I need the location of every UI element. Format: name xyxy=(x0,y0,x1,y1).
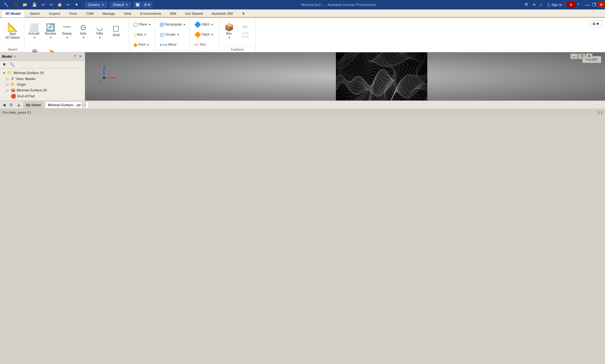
sidebar-dropdown-arrow: ▼ xyxy=(13,55,16,58)
axis-btn[interactable]: ↕ Axis ▼ xyxy=(131,30,153,39)
status-help-text: For Help, press F1 xyxy=(3,111,31,114)
axis-widget: X Y Z xyxy=(98,65,117,85)
qa-dropdown-btn[interactable]: ▼ xyxy=(73,2,80,8)
3d-viewport[interactable]: FRONT X Y Z xyxy=(85,52,605,101)
stitch-icon: 🔷 xyxy=(194,22,201,27)
status-bar: For Help, press F1 1 1 xyxy=(0,109,605,116)
restore-btn[interactable]: ❐ xyxy=(591,2,597,8)
ribbon-settings-btn[interactable]: ⚙▼ xyxy=(590,20,602,28)
svg-point-6 xyxy=(103,77,105,79)
start-2d-sketch-btn[interactable]: 📐 Start2D Sketch xyxy=(3,20,22,42)
search-btn[interactable]: 🔍 xyxy=(523,2,531,8)
tab-view[interactable]: View xyxy=(120,10,135,17)
stitch-btn[interactable]: 🔷 Stitch ▼ xyxy=(192,20,217,29)
sidebar-header: Model ▼ ? ✕ xyxy=(0,52,85,61)
tree-toggle-minimal: ▷ xyxy=(6,89,9,92)
tab-sketch[interactable]: Sketch xyxy=(26,10,44,17)
fillet-btn[interactable]: ◡ Fillet ▼ xyxy=(92,20,107,42)
extrude-btn[interactable]: ⬜ Extrude ▼ xyxy=(26,20,42,42)
revolve-icon: 🔄 xyxy=(46,24,55,31)
rectangular-btn[interactable]: ⊞ Rectangular ▼ xyxy=(157,20,188,29)
tab-environments[interactable]: Environments xyxy=(136,10,165,17)
default-dropdown-arrow: ▼ xyxy=(125,3,128,6)
sidebar-search-btn[interactable]: 🔍 xyxy=(9,61,15,67)
tree-item-root[interactable]: ▼ 📁 Minimal-Surface-1ft xyxy=(0,70,85,76)
tab-3d-model[interactable]: 3D Model xyxy=(1,10,25,17)
patch-icon: 🔶 xyxy=(194,32,201,38)
ribbon-group-sketch: 📐 Start2D Sketch Sketch xyxy=(1,19,24,52)
tab-manage[interactable]: Manage xyxy=(98,10,119,17)
tree-item-origin[interactable]: ▷ 📂 Origin xyxy=(0,82,85,87)
sidebar-help-btn[interactable]: ? xyxy=(73,54,77,59)
sidebar-toolbar: ▼ 🔍 xyxy=(0,61,85,68)
tab-tools[interactable]: Tools xyxy=(65,10,81,17)
tab-inspect[interactable]: Inspect xyxy=(45,10,64,17)
qa-new-btn[interactable]: ⬛ xyxy=(11,2,20,8)
svg-text:Y: Y xyxy=(99,81,101,84)
sidebar-filter-btn[interactable]: ▼ xyxy=(1,61,7,67)
tree-icon-root: 📁 xyxy=(7,70,12,75)
tree-item-view-master[interactable]: ▷ 👁 View: Master xyxy=(0,76,85,82)
qa-back-btn[interactable]: ↩ xyxy=(65,2,72,8)
hole-btn[interactable]: ⊙ Hole ▼ xyxy=(75,20,91,42)
tab-nav-left-btn[interactable]: ◀ xyxy=(1,102,7,108)
edit-form-btn[interactable]: ✏ EditForm xyxy=(238,20,253,42)
tree-item-minimal-surface[interactable]: ▷ 📦 Minimal-Surface-1ft xyxy=(0,87,85,93)
sweep-btn[interactable]: 〰 Sweep ▼ xyxy=(59,20,75,42)
help-btn[interactable]: ? xyxy=(575,2,581,7)
plane-icon: ⬡ xyxy=(133,22,138,27)
bookmark-btn[interactable]: ☆ xyxy=(538,2,544,8)
app-icon-btn[interactable]: 🔧 xyxy=(2,2,10,8)
tab-get-started[interactable]: Get Started xyxy=(181,10,207,17)
revolve-btn[interactable]: 🔄 Revolve ▼ xyxy=(43,20,58,42)
tree-icon-origin: 📂 xyxy=(11,82,15,87)
close-btn[interactable]: ✕ xyxy=(597,2,605,8)
qa-redo-btn[interactable]: ↪ xyxy=(48,2,55,8)
model-browser-sidebar: Model ▼ ? ✕ ▼ 🔍 ▼ 📁 Minimal-Surface-1ft … xyxy=(0,52,85,101)
viewport-restore-btn[interactable]: ❐ xyxy=(578,54,585,59)
ribbon-group-freeform: 📦 Box ▼ ✏ EditForm Freeform xyxy=(219,19,256,52)
patch-btn[interactable]: 🔶 Patch ▼ xyxy=(192,30,217,39)
qa-home-btn[interactable]: 🏠 xyxy=(55,2,64,8)
minimize-btn[interactable]: — xyxy=(584,2,591,8)
hole-icon: ⊙ xyxy=(80,24,86,31)
tree-item-end-of-part[interactable]: ▷ 🔴 End of Part xyxy=(0,93,85,99)
status-coords: 1 1 xyxy=(598,111,602,114)
tab-nav-up-btn[interactable]: ▲ xyxy=(15,102,22,108)
axis-icon: ↕ xyxy=(133,32,136,38)
tab-autodesk-360[interactable]: Autodesk 360 xyxy=(208,10,237,17)
freeform-group-label: Freeform xyxy=(221,47,253,52)
ribbon-right: ⚙▼ xyxy=(588,19,604,52)
sync-btn[interactable]: ⟳ xyxy=(531,2,538,8)
tab-nav-grid-btn[interactable]: ⊞ xyxy=(8,102,14,108)
default-dropdown[interactable]: Default ▼ xyxy=(110,2,131,8)
sweep-icon: 〰 xyxy=(63,24,71,31)
qa-undo-btn[interactable]: ↩ xyxy=(40,2,47,8)
mirror-btn[interactable]: ⟺ Mirror xyxy=(157,40,186,49)
point-btn[interactable]: ◆ Point ▼ xyxy=(131,40,153,49)
options-btn[interactable]: ⚙▼ xyxy=(142,2,152,8)
box-btn[interactable]: 📦 Box ▼ xyxy=(221,20,237,42)
qa-open-btn[interactable]: 📂 xyxy=(21,2,29,8)
sidebar-close-btn[interactable]: ✕ xyxy=(78,54,83,59)
tab-more[interactable]: ▼ xyxy=(238,10,249,17)
trim-btn[interactable]: ✂ Trim xyxy=(192,40,217,49)
window-chrome: 🔧 ⬛ 📂 💾 ↩ ↪ 🏠 ↩ ▼ Generic ▼ Default ▼ 🔄 … xyxy=(0,0,605,9)
tab-minimal-surface[interactable]: Minimal-Surface-...ipt ✕ xyxy=(45,101,89,108)
circular-btn[interactable]: ⊙ Circular ▼ xyxy=(157,30,186,39)
shell-btn[interactable]: ☐ Shell xyxy=(108,20,124,42)
point-icon: ◆ xyxy=(133,42,138,48)
refresh-btn[interactable]: 🔄 xyxy=(134,2,141,8)
tab-my-home[interactable]: My Home xyxy=(23,101,44,108)
tab-cam[interactable]: CAM xyxy=(82,10,98,17)
plane-arrow: ▼ xyxy=(148,23,151,26)
tab-close-btn[interactable]: ✕ xyxy=(82,102,86,107)
qa-save-btn[interactable]: 💾 xyxy=(30,2,39,8)
viewport-close-btn[interactable]: ✕ xyxy=(586,54,592,59)
viewport-minimize-btn[interactable]: — xyxy=(570,54,578,59)
tab-bim[interactable]: BIM xyxy=(166,10,181,17)
generic-dropdown[interactable]: Generic ▼ xyxy=(85,2,107,8)
close-inventor-btn[interactable]: ✕ xyxy=(567,2,575,8)
signin-btn[interactable]: 👤 Sign In xyxy=(544,2,564,8)
plane-btn[interactable]: ⬡ Plane ▼ xyxy=(131,20,153,29)
